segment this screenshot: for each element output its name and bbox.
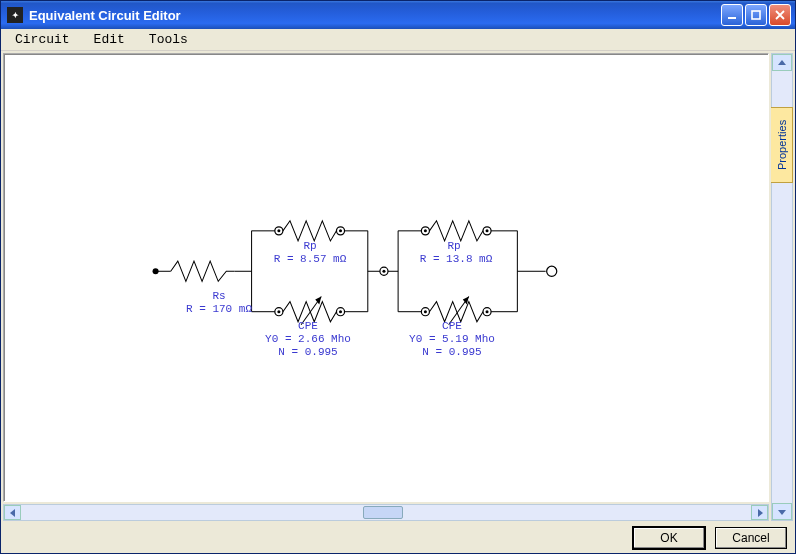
cpe2[interactable] xyxy=(429,302,483,322)
scroll-right-button[interactable] xyxy=(751,505,768,520)
node-dot xyxy=(486,310,489,313)
label-cpe2-name: CPE xyxy=(432,320,472,332)
node-dot xyxy=(339,310,342,313)
node-dot xyxy=(382,270,385,273)
horizontal-scrollbar[interactable] xyxy=(3,504,769,521)
node-dot xyxy=(424,229,427,232)
ok-button[interactable]: OK xyxy=(633,527,705,549)
window: ✦ Equivalent Circuit Editor Circuit Edit… xyxy=(0,0,796,554)
node-dot xyxy=(277,229,280,232)
scroll-up-button[interactable] xyxy=(772,54,792,71)
svg-marker-3 xyxy=(758,509,763,517)
svg-marker-4 xyxy=(778,60,786,65)
svg-rect-1 xyxy=(752,11,760,19)
label-cpe1-name: CPE xyxy=(288,320,328,332)
label-cpe2-y0: Y0 = 5.19 Mho xyxy=(402,333,502,345)
label-cpe2-n: N = 0.995 xyxy=(416,346,488,358)
resistor-rp1[interactable] xyxy=(283,221,337,241)
menu-circuit[interactable]: Circuit xyxy=(9,30,76,49)
svg-rect-0 xyxy=(728,17,736,19)
label-rp1-name: Rp xyxy=(290,240,330,252)
cancel-button[interactable]: Cancel xyxy=(715,527,787,549)
properties-tab[interactable]: Properties xyxy=(771,107,793,183)
menu-edit[interactable]: Edit xyxy=(88,30,131,49)
node-dot xyxy=(486,229,489,232)
label-rp2-val: R = 13.8 mΩ xyxy=(406,253,506,265)
close-button[interactable] xyxy=(769,4,791,26)
cpe1[interactable] xyxy=(283,302,337,322)
label-rp1-val: R = 8.57 mΩ xyxy=(262,253,358,265)
label-cpe1-y0: Y0 = 2.66 Mho xyxy=(258,333,358,345)
app-icon: ✦ xyxy=(7,7,23,23)
menubar: Circuit Edit Tools xyxy=(1,29,795,51)
label-cpe1-n: N = 0.995 xyxy=(272,346,344,358)
scroll-thumb[interactable] xyxy=(363,506,403,519)
label-rs-name: Rs xyxy=(184,290,254,302)
circuit-canvas[interactable]: Rs R = 170 mΩ Rp R = 8.57 mΩ CPE Y0 = 2.… xyxy=(3,53,769,502)
scroll-left-button[interactable] xyxy=(4,505,21,520)
node-dot xyxy=(424,310,427,313)
minimize-button[interactable] xyxy=(721,4,743,26)
svg-marker-2 xyxy=(10,509,15,517)
scroll-down-button[interactable] xyxy=(772,503,792,520)
circuit-svg xyxy=(4,54,768,502)
dialog-footer: OK Cancel xyxy=(1,523,795,553)
resistor-rs[interactable] xyxy=(171,261,235,281)
label-rp2-name: Rp xyxy=(434,240,474,252)
svg-marker-5 xyxy=(778,510,786,515)
titlebar[interactable]: ✦ Equivalent Circuit Editor xyxy=(1,1,795,29)
label-rs-val: R = 170 mΩ xyxy=(166,303,272,315)
window-title: Equivalent Circuit Editor xyxy=(29,8,181,23)
node-dot xyxy=(277,310,280,313)
resistor-rp2[interactable] xyxy=(429,221,483,241)
node-dot xyxy=(339,229,342,232)
output-terminal xyxy=(547,266,557,276)
main-area: Rs R = 170 mΩ Rp R = 8.57 mΩ CPE Y0 = 2.… xyxy=(1,51,795,523)
maximize-button[interactable] xyxy=(745,4,767,26)
menu-tools[interactable]: Tools xyxy=(143,30,194,49)
